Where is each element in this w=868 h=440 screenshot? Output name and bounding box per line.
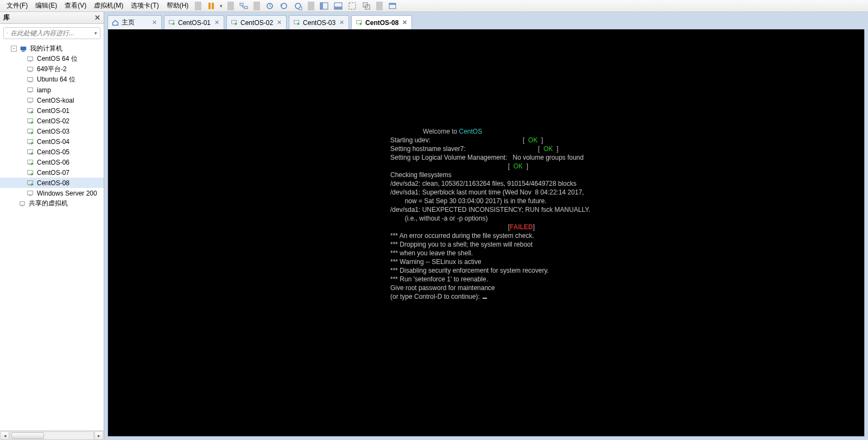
tab-home[interactable]: 主页✕ [107,15,162,29]
vm-icon [26,86,35,95]
svg-point-5 [281,3,287,9]
pause-icon[interactable] [207,2,216,10]
snapshot-take-icon[interactable] [265,2,274,10]
vm-label: iamp [36,86,51,94]
vm-label: CentOS-04 [36,138,69,146]
console-view-icon[interactable] [388,2,397,10]
menu-vm[interactable]: 虚拟机(M) [91,0,126,11]
library-close-icon[interactable]: ✕ [94,14,100,22]
menu-tabs[interactable]: 选项卡(T) [128,0,162,11]
vm-item[interactable]: CentOS-01 [0,105,104,116]
search-input[interactable] [10,29,92,37]
scroll-right-icon[interactable]: ▸ [94,431,103,440]
vm-console[interactable]: Welcome to CentOSStarting udev: [ OK ]Se… [108,29,864,436]
library-header: 库 ✕ [0,12,104,24]
svg-rect-58 [21,205,23,206]
home-icon [111,19,119,27]
menu-edit[interactable]: 编辑(E) [32,0,60,11]
vm-icon [26,148,35,156]
vm-item[interactable]: CentOS-03 [0,126,104,136]
vm-running-icon [230,19,238,27]
tab-label: CentOS-01 [178,19,211,27]
vm-item[interactable]: CentOS 64 位 [0,54,104,64]
tab-close-icon[interactable]: ✕ [213,19,220,26]
svg-rect-29 [28,98,33,102]
menu-file[interactable]: 文件(F) [3,0,31,11]
svg-rect-57 [20,202,25,205]
svg-line-18 [8,33,8,34]
vm-label: CentOS-05 [36,148,69,156]
unity-icon[interactable] [362,2,371,10]
fullscreen-icon[interactable] [348,2,357,10]
svg-rect-50 [29,174,32,175]
collapse-icon[interactable]: − [11,46,17,52]
menu-help[interactable]: 帮助(H) [163,0,192,11]
vm-icon [26,179,35,187]
thumbnail-icon[interactable] [334,2,343,10]
scroll-track[interactable] [10,431,94,440]
vm-icon [26,76,35,84]
vm-label: 649平台-2 [36,65,67,74]
tab-close-icon[interactable]: ✕ [401,19,408,26]
tab-close-icon[interactable]: ✕ [151,19,158,26]
vm-item[interactable]: CentOS-07 [0,167,104,178]
vm-item[interactable]: CentOS-04 [0,136,104,147]
scroll-left-icon[interactable]: ◂ [1,431,9,440]
menu-view[interactable]: 查看(V) [61,0,90,11]
vm-item[interactable]: Windows Server 200 [0,188,104,198]
console-container: Welcome to CentOSStarting udev: [ OK ]Se… [107,29,865,437]
vm-icon [26,189,35,198]
vm-item[interactable]: CentOS-koal [0,95,104,105]
svg-rect-22 [29,61,32,61]
svg-rect-19 [21,46,27,50]
vm-label: CentOS-07 [36,169,69,177]
svg-point-17 [7,33,8,34]
vm-icon [26,137,35,146]
tab-vm[interactable]: CentOS-02✕ [226,15,287,29]
vm-item[interactable]: CentOS-05 [0,147,104,157]
tab-label: CentOS-02 [240,19,273,27]
vm-item[interactable]: CentOS-08 [0,178,104,188]
vm-icon [26,96,35,105]
svg-rect-32 [29,112,32,113]
tree-root-mycomputer[interactable]: − 我的计算机 [0,43,104,54]
vm-label: Ubuntu 64 位 [36,75,75,84]
tab-label: 主页 [122,18,148,27]
tree-shared-vms[interactable]: 共享的虚拟机 [0,198,104,209]
show-library-icon[interactable] [320,2,328,10]
svg-rect-25 [28,77,33,81]
send-keys-icon[interactable] [239,2,248,10]
vm-label: CentOS-01 [36,107,69,115]
vm-item[interactable]: 649平台-2 [0,64,104,74]
separator [227,2,234,10]
tab-vm[interactable]: CentOS-03✕ [289,15,349,29]
tab-close-icon[interactable]: ✕ [276,19,283,26]
tab-close-icon[interactable]: ✕ [338,19,345,26]
sidebar-hscrollbar[interactable]: ◂ ▸ [0,430,104,440]
svg-rect-1 [212,3,214,9]
vm-label: CentOS-02 [36,117,69,125]
vm-label: CentOS-03 [36,128,69,135]
separator [376,2,383,10]
svg-rect-53 [29,185,32,185]
power-dropdown[interactable]: ▾ [220,3,224,9]
vm-item[interactable]: Ubuntu 64 位 [0,74,104,85]
svg-rect-47 [29,164,32,165]
snapshot-revert-icon[interactable] [280,2,288,10]
scroll-thumb[interactable] [11,432,44,439]
vm-item[interactable]: iamp [0,85,104,95]
tree-root-label: 我的计算机 [29,44,62,53]
snapshot-manager-icon[interactable] [294,2,302,10]
tab-vm[interactable]: CentOS-01✕ [164,15,224,29]
tab-vm[interactable]: CentOS-08✕ [351,15,412,29]
svg-rect-35 [29,123,32,123]
search-dropdown-icon[interactable]: ▾ [94,30,97,36]
svg-rect-9 [320,3,323,9]
shared-icon [18,199,27,208]
vm-label: CentOS-08 [36,179,69,187]
vm-item[interactable]: CentOS-06 [0,157,104,167]
vm-item[interactable]: CentOS-02 [0,116,104,126]
svg-rect-27 [28,87,33,91]
vm-tree: − 我的计算机 CentOS 64 位649平台-2Ubuntu 64 位iam… [0,42,104,430]
library-search[interactable]: ▾ [3,27,100,39]
